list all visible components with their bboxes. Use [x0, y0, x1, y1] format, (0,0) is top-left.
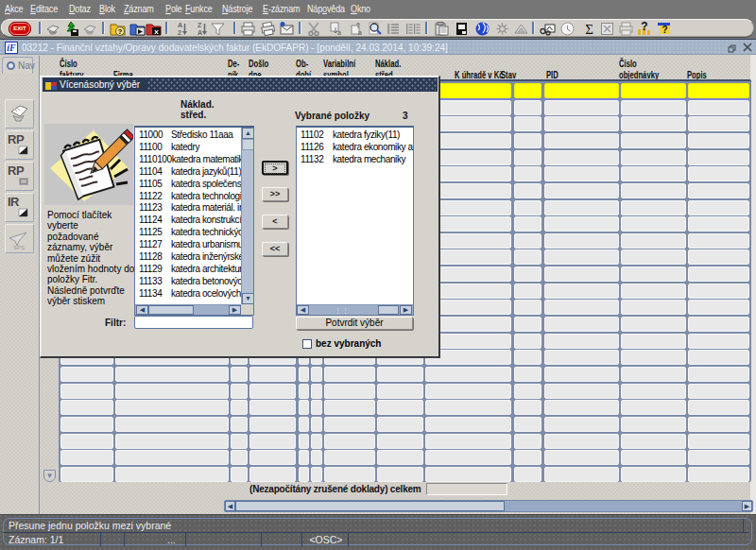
svg-text:A: A	[178, 22, 182, 28]
svg-text:?: ?	[641, 21, 647, 33]
svg-text:2: 2	[178, 29, 181, 36]
svg-text:a: a	[358, 29, 362, 36]
svg-text:?: ?	[662, 25, 667, 35]
svg-text:?: ?	[118, 27, 123, 36]
svg-text:A: A	[198, 29, 202, 36]
svg-text:a: a	[337, 29, 341, 36]
svg-text:SPS: SPS	[13, 245, 25, 250]
svg-text:x: x	[154, 27, 159, 36]
svg-text:Σ: Σ	[585, 22, 593, 37]
svg-text:Z: Z	[198, 22, 202, 28]
